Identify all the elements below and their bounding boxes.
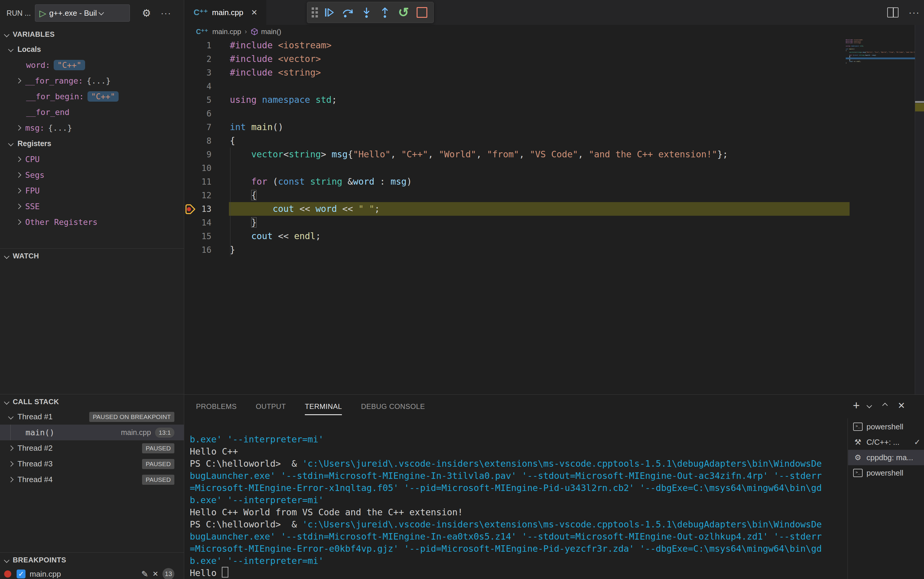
- variable-row[interactable]: __for_end: [0, 104, 184, 120]
- line-number[interactable]: 1: [184, 41, 212, 51]
- terminal-dropdown-icon[interactable]: [867, 404, 871, 407]
- panel-tab-terminal[interactable]: TERMINAL: [305, 402, 342, 415]
- variable-row[interactable]: Other Registers: [0, 214, 184, 230]
- code-line[interactable]: 6: [184, 107, 915, 120]
- code-line[interactable]: 4: [184, 79, 915, 93]
- step-out-button[interactable]: [378, 5, 392, 20]
- stack-frame-row[interactable]: main()main.cpp13:1: [0, 425, 184, 440]
- chevron-right-icon[interactable]: [16, 188, 21, 193]
- variables-header[interactable]: VARIABLES: [0, 27, 184, 41]
- chevron-down-icon[interactable]: [8, 414, 13, 419]
- line-number[interactable]: 15: [184, 231, 212, 241]
- terminal-output[interactable]: b.exe' '--interpreter=mi'Hello C++PS C:\…: [190, 433, 845, 579]
- new-terminal-icon[interactable]: +: [853, 399, 860, 411]
- remove-breakpoint-icon[interactable]: ✕: [153, 570, 158, 578]
- overview-ruler[interactable]: [915, 25, 924, 394]
- tree-group-locals[interactable]: Locals: [0, 41, 184, 57]
- line-number[interactable]: 12: [184, 191, 212, 200]
- code-line[interactable]: 10: [184, 161, 915, 175]
- chevron-right-icon[interactable]: [16, 125, 21, 130]
- variable-row[interactable]: FPU: [0, 183, 184, 198]
- step-into-button[interactable]: [359, 5, 374, 20]
- line-number[interactable]: 2: [184, 54, 212, 64]
- line-number[interactable]: 3: [184, 68, 212, 78]
- line-number[interactable]: 11: [184, 177, 212, 186]
- code-line[interactable]: 3#include <string>: [184, 66, 915, 79]
- breakpoints-header[interactable]: BREAKPOINTS: [0, 553, 184, 567]
- chevron-right-icon[interactable]: [8, 477, 13, 482]
- terminal-list-item[interactable]: ⚙cppdbg: ma...: [848, 450, 924, 465]
- split-editor-icon[interactable]: [887, 7, 898, 18]
- tree-group-registers[interactable]: Registers: [0, 136, 184, 151]
- line-number[interactable]: 9: [184, 150, 212, 159]
- restart-button[interactable]: ↺: [397, 5, 411, 20]
- code-line[interactable]: 11 for (const string &word : msg): [184, 175, 915, 188]
- continue-button[interactable]: [322, 5, 336, 20]
- breadcrumb[interactable]: C⁺⁺ main.cpp › main(): [184, 25, 281, 39]
- debug-config-picker[interactable]: ▷ g++.exe - Buil: [35, 5, 130, 21]
- code-line[interactable]: 8{: [184, 134, 915, 147]
- edit-breakpoint-icon[interactable]: ✎: [141, 569, 148, 579]
- panel-tab-debug-console[interactable]: DEBUG CONSOLE: [361, 402, 425, 411]
- close-icon[interactable]: ✕: [251, 8, 258, 17]
- line-number[interactable]: 6: [184, 109, 212, 119]
- more-actions-icon[interactable]: ···: [158, 0, 174, 26]
- more-actions-icon[interactable]: ···: [909, 7, 920, 18]
- code-line[interactable]: 2#include <vector>: [184, 52, 915, 66]
- terminal-list-item[interactable]: >_powershell: [848, 419, 924, 434]
- chevron-right-icon[interactable]: [8, 445, 13, 451]
- line-number[interactable]: 8: [184, 136, 212, 146]
- line-number[interactable]: 7: [184, 123, 212, 132]
- code-editor[interactable]: 1#include <iostream>2#include <vector>3#…: [184, 39, 915, 257]
- close-panel-icon[interactable]: ✕: [898, 400, 905, 411]
- code-line[interactable]: 13 cout << word << " ";: [184, 202, 915, 216]
- code-line[interactable]: 16}: [184, 243, 915, 257]
- panel-tab-problems[interactable]: PROBLEMS: [196, 402, 236, 411]
- stop-button[interactable]: [415, 5, 429, 20]
- breakpoint-current-line-icon[interactable]: [184, 203, 196, 216]
- variable-row[interactable]: Segs: [0, 167, 184, 183]
- chevron-right-icon[interactable]: [16, 172, 21, 178]
- line-number[interactable]: 4: [184, 82, 212, 91]
- code-line[interactable]: 5using namespace std;: [184, 93, 915, 107]
- code-line[interactable]: 1#include <iostream>: [184, 39, 915, 52]
- line-number[interactable]: 5: [184, 95, 212, 105]
- variable-row[interactable]: __for_begin:"C++": [0, 88, 184, 104]
- line-number[interactable]: 16: [184, 245, 212, 255]
- variable-row[interactable]: SSE: [0, 198, 184, 214]
- code-line[interactable]: 14 }: [184, 216, 915, 229]
- chevron-right-icon[interactable]: [16, 204, 21, 209]
- breadcrumb-file[interactable]: main.cpp: [212, 28, 241, 36]
- thread-row[interactable]: Thread #3PAUSED: [0, 456, 184, 472]
- breakpoint-checkbox[interactable]: ✓: [16, 569, 26, 578]
- variable-row[interactable]: msg:{...}: [0, 120, 184, 136]
- thread-row[interactable]: Thread #4PAUSED: [0, 472, 184, 487]
- chevron-right-icon[interactable]: [16, 219, 21, 225]
- chevron-right-icon[interactable]: [16, 157, 21, 162]
- variable-row[interactable]: word:"C++": [0, 57, 184, 73]
- breakpoint-row[interactable]: ✓main.cpp✎✕13: [0, 567, 184, 579]
- terminal-list-item[interactable]: ⚒C/C++: ...✓: [848, 434, 924, 450]
- start-debug-icon[interactable]: ▷: [39, 8, 46, 18]
- panel-tab-output[interactable]: OUTPUT: [256, 402, 286, 411]
- maximize-panel-icon[interactable]: [883, 404, 887, 407]
- code-line[interactable]: 7int main(): [184, 120, 915, 134]
- watch-header[interactable]: WATCH: [0, 249, 184, 263]
- line-number[interactable]: 14: [184, 218, 212, 227]
- variable-row[interactable]: __for_range:{...}: [0, 73, 184, 88]
- thread-row[interactable]: Thread #2PAUSED: [0, 440, 184, 456]
- call-stack-header[interactable]: CALL STACK: [0, 395, 184, 409]
- drag-handle-icon[interactable]: [312, 7, 318, 18]
- breadcrumb-symbol[interactable]: main(): [261, 28, 281, 36]
- code-line[interactable]: 15 cout << endl;: [184, 229, 915, 243]
- variable-row[interactable]: CPU: [0, 151, 184, 167]
- tab-main-cpp[interactable]: C⁺⁺ main.cpp ✕: [184, 0, 266, 25]
- chevron-right-icon[interactable]: [16, 78, 21, 83]
- line-number[interactable]: 10: [184, 163, 212, 173]
- code-line[interactable]: 9 vector<string> msg{"Hello", "C++", "Wo…: [184, 147, 915, 161]
- chevron-right-icon[interactable]: [8, 461, 13, 466]
- gear-icon[interactable]: ⚙: [138, 0, 155, 26]
- code-line[interactable]: 12 {: [184, 188, 915, 202]
- step-over-button[interactable]: [341, 5, 355, 20]
- terminal-list-item[interactable]: >_powershell: [848, 465, 924, 481]
